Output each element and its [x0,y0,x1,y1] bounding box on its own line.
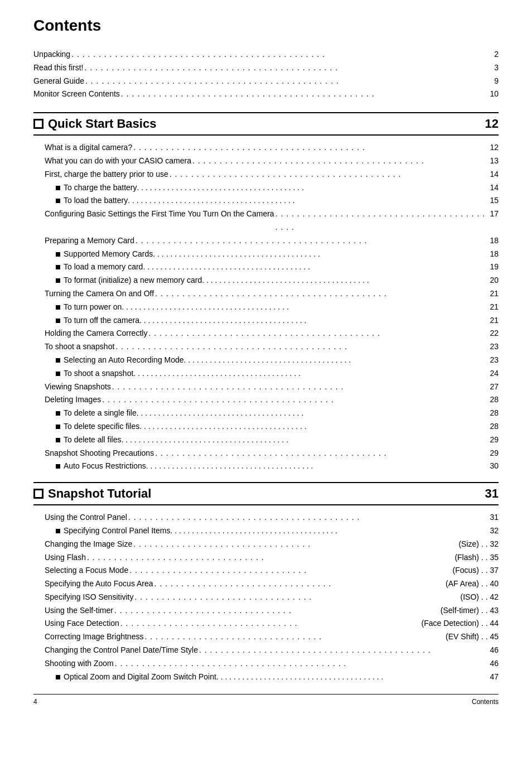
toc-entry: Specifying the Auto Focus Area . . . . .… [33,577,499,591]
toc-entry: Unpacking . . . . . . . . . . . . . . . … [33,48,499,61]
entry-page: 3 [494,61,499,75]
entry-content: To shoot a snapshot . . . . . . . . . . … [64,367,499,380]
toc-entry: Selecting a Focus Mode . . . . . . . . .… [33,564,499,577]
entry-page: (Face Detection) . . 44 [421,617,499,630]
entry-page: 30 [490,460,499,473]
toc-entry: To charge the battery . . . . . . . . . … [33,181,499,195]
entry-dots: . . . . . . . . . . . . . . . . . . . . … [170,524,490,538]
bullet-icon [56,411,60,416]
entry-page: 27 [490,380,499,394]
entry-dots: . . . . . . . . . . . . . . . . . . . . … [202,274,490,287]
entry-page: (Focus) . . 37 [453,564,499,577]
entry-page: 28 [490,407,499,420]
entry-page: 22 [490,327,499,340]
entry-page: 15 [490,194,499,208]
entry-dots: . . . . . . . . . . . . . . . . . . . . … [133,141,489,155]
entry-text: Preparing a Memory Card [45,234,134,248]
bullet-icon [56,278,60,283]
entry-content: To charge the battery . . . . . . . . . … [64,181,499,195]
entry-text: Using the Control Panel [45,511,127,524]
entry-page: (Flash) . . 35 [454,551,499,565]
entry-page: 2 [494,48,499,61]
section-icon [33,119,43,129]
entry-dots: . . . . . . . . . . . . . . . . . . . . … [170,168,489,181]
entry-text: Configuring Basic Settings the First Tim… [45,208,274,221]
section-header: Quick Start Basics 12 [33,112,499,136]
toc-entry: Configuring Basic Settings the First Tim… [33,208,499,234]
bullet-icon [56,199,60,203]
entry-page: 46 [490,657,499,671]
entry-text: To load the battery [64,194,128,208]
entry-dots: . . . . . . . . . . . . . . . . . . . . … [139,420,490,433]
entry-text: To turn off the camera [64,314,139,327]
entry-text: Specifying the Auto Focus Area [45,577,153,591]
entry-content: To delete all files . . . . . . . . . . … [64,433,499,447]
entry-dots: . . . . . . . . . . . . . . . . . . . . … [137,407,490,420]
section-header-left: Quick Start Basics [33,117,156,131]
entry-text: Shooting with Zoom [45,657,114,671]
entry-dots: . . . . . . . . . . . . . . . . . . . . … [143,261,490,274]
entry-page: 14 [490,181,499,195]
entry-page: 29 [490,433,499,447]
toc-entry: Changing the Image Size . . . . . . . . … [33,538,499,551]
entry-text: Deleting Images [45,393,101,407]
toc-entry: Viewing Snapshots . . . . . . . . . . . … [33,380,499,394]
toc-entry: Supported Memory Cards . . . . . . . . .… [33,248,499,261]
entry-text: Snapshot Shooting Precautions [45,447,154,460]
entry-text: Using Face Detection [45,617,119,630]
toc-entry: Turning the Camera On and Off . . . . . … [33,287,499,301]
bullet-icon [56,438,60,442]
entry-content: To load the battery . . . . . . . . . . … [64,194,499,208]
entry-text: Monitor Screen Contents [33,88,120,101]
entry-page: 20 [490,274,499,287]
toc-entry: To turn power on . . . . . . . . . . . .… [33,301,499,314]
entry-page: 12 [490,141,499,155]
toc-entry: To delete all files . . . . . . . . . . … [33,433,499,447]
entry-content: To load a memory card . . . . . . . . . … [64,261,499,274]
entry-page: 28 [490,393,499,407]
entry-page: 24 [490,367,499,380]
entry-page: 29 [490,447,499,460]
entry-text: First, charge the battery prior to use [45,168,168,181]
entry-dots: . . . . . . . . . . . . . . . . . . . . … [87,551,453,565]
entry-dots: . . . . . . . . . . . . . . . . . . . . … [154,577,444,591]
entry-text: Specifying Control Panel Items [64,524,170,538]
entry-dots: . . . . . . . . . . . . . . . . . . . . … [216,671,490,684]
entry-text: Selecting a Focus Mode [45,564,128,577]
entry-dots: . . . . . . . . . . . . . . . . . . . . … [122,433,490,447]
entry-text: To delete specific files [64,420,139,433]
toc-entry: To load the battery . . . . . . . . . . … [33,194,499,208]
entry-dots: . . . . . . . . . . . . . . . . . . . . … [133,538,457,551]
entry-text: What you can do with your CASIO camera [45,155,191,168]
entry-text: Read this first! [33,61,83,75]
top-entries: Unpacking . . . . . . . . . . . . . . . … [33,48,499,101]
toc-entry: To delete a single file . . . . . . . . … [33,407,499,420]
entry-text: To shoot a snapshot [45,340,114,354]
entry-page: 46 [490,644,499,657]
toc-entry: Deleting Images . . . . . . . . . . . . … [33,393,499,407]
toc-entry: Using the Control Panel . . . . . . . . … [33,511,499,524]
entry-text: Correcting Image Brightness [45,630,143,644]
bullet-icon [56,358,60,363]
entry-text: Using the Self-timer [45,604,113,618]
entry-dots: . . . . . . . . . . . . . . . . . . . . … [112,380,489,394]
toc-entry: Monitor Screen Contents . . . . . . . . … [33,88,499,101]
toc-entry: Specifying Control Panel Items . . . . .… [33,524,499,538]
toc-entry: What is a digital camera? . . . . . . . … [33,141,499,155]
toc-entry: Holding the Camera Correctly . . . . . .… [33,327,499,340]
toc-entry: Correcting Image Brightness . . . . . . … [33,630,499,644]
entry-dots: . . . . . . . . . . . . . . . . . . . . … [102,393,489,407]
toc-entry: First, charge the battery prior to use .… [33,168,499,181]
entry-text: Supported Memory Cards [64,248,153,261]
entry-text: General Guide [33,75,84,88]
entry-page: (ISO) . . 42 [461,591,499,604]
entry-page: 13 [490,155,499,168]
entry-page: 23 [490,354,499,367]
entry-content: To delete specific files . . . . . . . .… [64,420,499,433]
entry-dots: . . . . . . . . . . . . . . . . . . . . … [135,591,460,604]
entry-dots: . . . . . . . . . . . . . . . . . . . . … [120,617,420,630]
toc-entry: Selecting an Auto Recording Mode . . . .… [33,354,499,367]
entry-page: 31 [490,511,499,524]
entry-text: Changing the Image Size [45,538,132,551]
bullet-icon [56,319,60,323]
